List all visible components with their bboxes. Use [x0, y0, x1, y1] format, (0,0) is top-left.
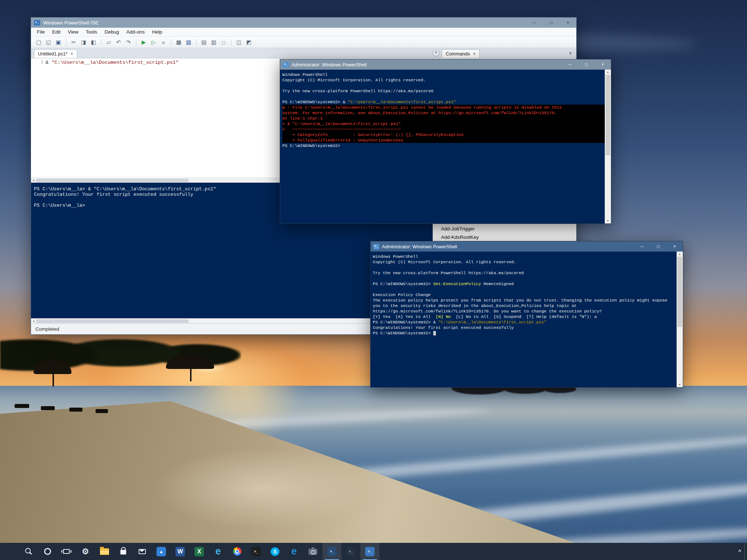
taskbar-file-explorer-button[interactable]: [95, 543, 114, 560]
taskbar-camera-button[interactable]: [303, 543, 322, 560]
taskbar-store-button[interactable]: [114, 543, 133, 560]
open-script-icon[interactable]: ◱: [44, 38, 53, 47]
script-tab-untitled1[interactable]: Untitled1.ps1* ×: [34, 49, 77, 58]
scroll-left-icon[interactable]: ◂: [31, 319, 36, 324]
word-icon: W: [175, 547, 185, 556]
ise-menubar: FileEditViewToolsDebugAdd-onsHelp: [31, 28, 576, 36]
ps1-close-button[interactable]: ×: [595, 59, 611, 70]
cortana-icon: [44, 548, 51, 555]
ise-titlebar[interactable]: >_ Windows PowerShell ISE ─ □ ×: [31, 18, 576, 28]
menu-view[interactable]: View: [64, 28, 82, 36]
taskbar-chrome-button[interactable]: [228, 543, 247, 560]
script-pane-top-icon[interactable]: ▤: [199, 38, 209, 47]
taskbar-mail-button[interactable]: [133, 543, 152, 560]
ise-close-button[interactable]: ×: [560, 18, 576, 28]
commands-tab-close-icon[interactable]: ×: [473, 51, 476, 57]
show-command-window-icon[interactable]: ◫: [234, 38, 244, 47]
show-desktop-button[interactable]: [744, 543, 747, 560]
taskbar-ie-button[interactable]: e: [209, 543, 228, 560]
ps2-console[interactable]: Windows PowerShellCopyright (C) Microsof…: [371, 252, 677, 387]
new-script-icon[interactable]: ▢: [34, 38, 43, 47]
clear-console-icon[interactable]: ▱: [104, 38, 113, 47]
addon-pane-close-icon[interactable]: ×: [569, 50, 576, 56]
taskbar-settings-button[interactable]: ⚙: [76, 543, 95, 560]
cut-icon[interactable]: ✂: [69, 38, 78, 47]
copy-icon[interactable]: ◨: [79, 38, 88, 47]
taskbar-edge-button[interactable]: e: [285, 543, 303, 560]
taskbar-photos-button[interactable]: ▲: [152, 543, 171, 560]
taskbar-search-button[interactable]: [19, 543, 38, 560]
run-selection-icon[interactable]: ▷: [149, 38, 158, 47]
ps2-close-button[interactable]: ×: [666, 241, 683, 252]
new-remote-powershell-tab-icon[interactable]: ▩: [174, 38, 183, 47]
script-tab-close-icon[interactable]: ×: [70, 51, 73, 57]
menu-file[interactable]: File: [33, 28, 49, 36]
taskbar-word-button[interactable]: W: [171, 543, 190, 560]
taskbar-powershell-button[interactable]: >_: [322, 543, 341, 560]
powershell-window-error[interactable]: >_ Administrator: Windows PowerShell ─ □…: [280, 59, 611, 224]
ps2-titlebar[interactable]: >_ Administrator: Windows PowerShell ─ □…: [371, 241, 683, 252]
command-list-item[interactable]: Add-KdsRootKey: [433, 233, 576, 241]
ps2-vertical-scrollbar[interactable]: ▴ ▾: [677, 252, 683, 387]
scrollbar-thumb[interactable]: [36, 179, 189, 182]
taskbar-powershell-ise-button[interactable]: >_: [360, 543, 379, 560]
taskbar-start-button[interactable]: [0, 543, 19, 560]
paste-icon[interactable]: ◧: [89, 38, 98, 47]
save-icon[interactable]: ▣: [54, 38, 63, 47]
taskbar-items: ⚙▲WXe>_Se>_>_>_: [0, 543, 379, 560]
ps2-minimize-button[interactable]: ─: [634, 241, 650, 252]
undo-icon[interactable]: ↶: [114, 38, 123, 47]
menu-edit[interactable]: Edit: [49, 28, 64, 36]
ps1-maximize-button[interactable]: □: [578, 59, 595, 70]
ps1-minimize-button[interactable]: ─: [562, 59, 578, 70]
taskbar-task-view-button[interactable]: [57, 543, 76, 560]
menu-add-ons[interactable]: Add-ons: [123, 28, 148, 36]
ps1-titlebar[interactable]: >_ Administrator: Windows PowerShell ─ □…: [280, 59, 611, 70]
ise-minimize-button[interactable]: ─: [526, 18, 543, 28]
start-powershell-icon[interactable]: ▨: [184, 38, 193, 47]
taskbar-skype-button[interactable]: S: [266, 543, 285, 560]
script-pane-maximized-icon[interactable]: □: [219, 38, 228, 47]
taskbar-cortana-button[interactable]: [38, 543, 57, 560]
taskbar-excel-button[interactable]: X: [190, 543, 209, 560]
scrollbar-track[interactable]: [605, 75, 611, 218]
ps2-maximize-button[interactable]: □: [650, 241, 666, 252]
collapse-addon-pane-button[interactable]: ^: [433, 50, 440, 57]
powershell-app-icon: >_: [373, 244, 379, 249]
taskbar-console-button[interactable]: >_: [341, 543, 360, 560]
scrollbar-track[interactable]: [677, 257, 683, 382]
scrollbar-thumb[interactable]: [677, 257, 682, 327]
ps1-vertical-scrollbar[interactable]: ▴ ▾: [605, 70, 611, 223]
redo-icon[interactable]: ↷: [124, 38, 133, 47]
scroll-up-icon[interactable]: ▴: [605, 70, 611, 75]
scroll-up-icon[interactable]: ▴: [677, 252, 683, 257]
ise-tab-row: Untitled1.ps1* × ^ Commands × ×: [31, 48, 576, 58]
wallpaper-beach-chair: [96, 409, 108, 413]
script-pane-right-icon[interactable]: ▥: [209, 38, 218, 47]
scroll-down-icon[interactable]: ▾: [677, 382, 683, 387]
ps1-console[interactable]: Windows PowerShellCopyright (C) Microsof…: [280, 70, 605, 223]
console-line: PS C:\WINDOWS\system32> & "C:\Users\m__l…: [282, 99, 605, 105]
show-command-addon-icon[interactable]: ◩: [244, 38, 253, 47]
tray-chevron-icon[interactable]: ^: [735, 549, 744, 555]
store-bag-icon: [120, 550, 126, 555]
edge-icon: e: [289, 547, 299, 556]
scrollbar-thumb[interactable]: [36, 319, 189, 323]
stop-operation-icon[interactable]: ■: [159, 38, 168, 47]
scroll-left-icon[interactable]: ◂: [31, 178, 36, 183]
scrollbar-thumb[interactable]: [605, 75, 610, 155]
commands-tab[interactable]: Commands ×: [442, 49, 480, 58]
taskbar-cmd-button[interactable]: >_: [247, 543, 266, 560]
scroll-down-icon[interactable]: ▾: [605, 218, 611, 223]
editor-line-number: 1: [31, 58, 46, 178]
task-view-icon: [63, 549, 70, 554]
wallpaper-beach-chair: [15, 404, 29, 408]
run-script-icon[interactable]: ▶: [139, 38, 148, 47]
menu-tools[interactable]: Tools: [82, 28, 101, 36]
powershell-window-success[interactable]: >_ Administrator: Windows PowerShell ─ □…: [370, 241, 683, 388]
console-line: The execution policy helps protect you f…: [373, 298, 677, 303]
menu-help[interactable]: Help: [148, 28, 166, 36]
menu-debug[interactable]: Debug: [101, 28, 123, 36]
ise-maximize-button[interactable]: □: [543, 18, 560, 28]
command-list-item[interactable]: Add-JobTrigger: [433, 225, 576, 233]
